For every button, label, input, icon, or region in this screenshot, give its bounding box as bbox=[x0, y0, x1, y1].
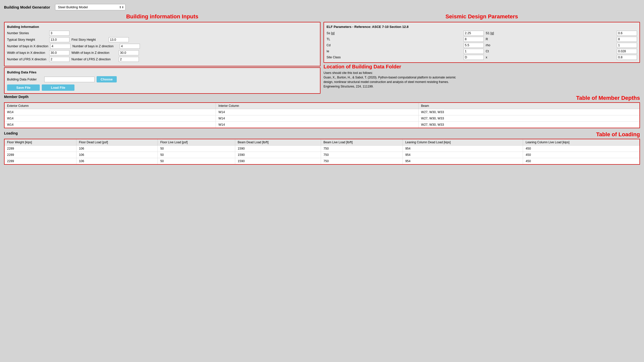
member-depth-col-exterior: Exterior Column bbox=[4, 103, 216, 109]
table-row: W14W14W27, W30, W33 bbox=[4, 122, 640, 128]
r-label: R bbox=[486, 37, 615, 41]
num-stories-row: Number Stories bbox=[7, 31, 317, 36]
typical-story-height-input[interactable] bbox=[49, 37, 69, 42]
list-item: Floor Live Load [psf] bbox=[158, 139, 235, 146]
num-stories-input[interactable] bbox=[49, 31, 69, 36]
list-item: W14 bbox=[216, 109, 419, 115]
location-section: Location of Building Data Folder Users s… bbox=[324, 64, 640, 89]
story-heights-row: Typical Story Height First Story Height bbox=[7, 37, 317, 42]
lfrs-x-input[interactable] bbox=[49, 57, 69, 62]
right-column: Seismic Design Parameters ELF Parameters… bbox=[324, 13, 640, 94]
location-line4: Engineering Structures, 224, 111199. bbox=[324, 84, 640, 89]
save-file-button[interactable]: Save File bbox=[7, 84, 40, 91]
location-line3: design, nonlinear structural model const… bbox=[324, 80, 640, 84]
tl-label: TL bbox=[327, 37, 462, 41]
list-item: W27, W30, W33 bbox=[418, 122, 640, 128]
app-header: Building Model Generator Steel Building … bbox=[4, 4, 640, 10]
list-item: Beam Live Load [lb/ft] bbox=[321, 139, 403, 146]
list-item: Beam Dead Load [lb/ft] bbox=[235, 139, 321, 146]
list-item: W27, W30, W33 bbox=[418, 109, 640, 115]
table-row: 2289106501590750954450 bbox=[4, 146, 640, 152]
table-loading-label: Table of Loading bbox=[21, 131, 640, 138]
list-item: 50 bbox=[158, 158, 235, 165]
bays-z-input[interactable] bbox=[120, 44, 140, 49]
ct-label: Ct bbox=[486, 50, 615, 53]
list-item: 954 bbox=[403, 146, 523, 152]
model-select[interactable]: Steel Building Model bbox=[55, 4, 126, 10]
member-depth-tbody: W14W14W27, W30, W33W14W14W27, W30, W33W1… bbox=[4, 109, 640, 128]
file-buttons-row: Save File Load File bbox=[7, 84, 317, 91]
x-input[interactable] bbox=[617, 55, 637, 60]
model-select-wrapper[interactable]: Steel Building Model ⬆⬇ bbox=[55, 4, 126, 10]
list-item: 106 bbox=[76, 146, 158, 152]
ss-input[interactable] bbox=[464, 31, 484, 36]
lfrs-x-label: Number of LFRS X direction bbox=[7, 58, 47, 61]
location-line2: Guan, X., Burton, H., & Sabol, T. (2020)… bbox=[324, 75, 640, 80]
lfrs-z-label: Number of LFRS Z direction bbox=[71, 58, 117, 61]
folder-row: Building Data Folder Choose bbox=[7, 76, 317, 82]
member-depth-section: Member Depth Table of Member Depths bbox=[4, 95, 640, 102]
site-class-label: Site Class bbox=[327, 56, 462, 59]
x-label: x bbox=[486, 56, 615, 59]
list-item: 50 bbox=[158, 152, 235, 158]
loading-header-row: Floor Weight [kips]Floor Dead Load [psf]… bbox=[4, 139, 640, 146]
loading-section-title: Loading bbox=[4, 131, 18, 135]
data-files-title: Building Data Files bbox=[7, 70, 317, 74]
elf-params-title: ELF Parameters - Reference: ASCE 7-10 Se… bbox=[327, 25, 637, 29]
list-item: Floor Dead Load [psf] bbox=[76, 139, 158, 146]
location-line1: Users should cite this tool as follows: bbox=[324, 71, 640, 75]
ie-label: Ie bbox=[327, 50, 462, 53]
list-item: W14 bbox=[4, 109, 216, 115]
table-member-depths-label: Table of Member Depths bbox=[31, 95, 640, 101]
width-x-input[interactable] bbox=[49, 50, 69, 55]
choose-button[interactable]: Choose bbox=[97, 76, 117, 82]
loading-table: Floor Weight [kips]Floor Dead Load [psf]… bbox=[4, 139, 640, 165]
location-label: Location of Building Data Folder bbox=[324, 64, 640, 70]
folder-label: Building Data Folder bbox=[7, 77, 42, 81]
rho-input[interactable] bbox=[617, 43, 637, 48]
list-item: 106 bbox=[76, 158, 158, 165]
left-column: Building information Inputs Building Inf… bbox=[4, 13, 320, 94]
r-input[interactable] bbox=[617, 37, 637, 42]
list-item: W14 bbox=[4, 122, 216, 128]
width-x-label: Width of bays in X direction bbox=[7, 51, 47, 55]
lfrs-z-input[interactable] bbox=[119, 57, 139, 62]
building-info-title: Building Information bbox=[7, 25, 317, 29]
load-file-button[interactable]: Load File bbox=[42, 84, 74, 91]
member-depth-col-beam: Beam bbox=[418, 103, 640, 109]
app-title: Building Model Generator bbox=[4, 5, 50, 9]
bays-x-input[interactable] bbox=[50, 44, 70, 49]
elf-grid: Ss [g] S1 [g] TL R Cd rho Ie Ct bbox=[327, 31, 637, 60]
ct-input[interactable] bbox=[617, 49, 637, 54]
list-item: 2289 bbox=[4, 146, 76, 152]
list-item: 106 bbox=[76, 152, 158, 158]
list-item: 450 bbox=[523, 152, 640, 158]
list-item: 1590 bbox=[235, 152, 321, 158]
site-class-input[interactable] bbox=[464, 55, 484, 60]
s1-label: S1 [g] bbox=[486, 31, 615, 35]
cd-input[interactable] bbox=[464, 43, 484, 48]
ie-input[interactable] bbox=[464, 49, 484, 54]
list-item: Floor Weight [kips] bbox=[4, 139, 76, 146]
bays-row: Number of bays in X direction Number of … bbox=[7, 44, 317, 49]
member-depth-table-label-col: Table of Member Depths bbox=[31, 95, 640, 102]
width-z-input[interactable] bbox=[119, 50, 139, 55]
loading-label-col: Loading bbox=[4, 131, 18, 136]
first-story-height-input[interactable] bbox=[109, 37, 129, 42]
elf-params-box: ELF Parameters - Reference: ASCE 7-10 Se… bbox=[324, 22, 640, 63]
bays-x-label: Number of bays in X direction bbox=[7, 44, 48, 48]
s1-input[interactable] bbox=[617, 31, 637, 36]
list-item: 750 bbox=[321, 152, 403, 158]
building-data-files-box: Building Data Files Building Data Folder… bbox=[4, 67, 320, 94]
list-item: 1590 bbox=[235, 146, 321, 152]
tl-input[interactable] bbox=[464, 37, 484, 42]
building-info-box: Building Information Number Stories Typi… bbox=[4, 22, 320, 66]
list-item: 50 bbox=[158, 146, 235, 152]
loading-table-label-col: Table of Loading bbox=[21, 131, 640, 139]
member-depth-header-row: Exterior Column Interior Column Beam bbox=[4, 103, 640, 109]
cd-label: Cd bbox=[327, 43, 462, 47]
list-item: W14 bbox=[216, 122, 419, 128]
folder-input[interactable] bbox=[44, 77, 95, 82]
member-depth-table: Exterior Column Interior Column Beam W14… bbox=[4, 102, 640, 128]
first-story-height-label: First Story Height bbox=[71, 38, 107, 41]
